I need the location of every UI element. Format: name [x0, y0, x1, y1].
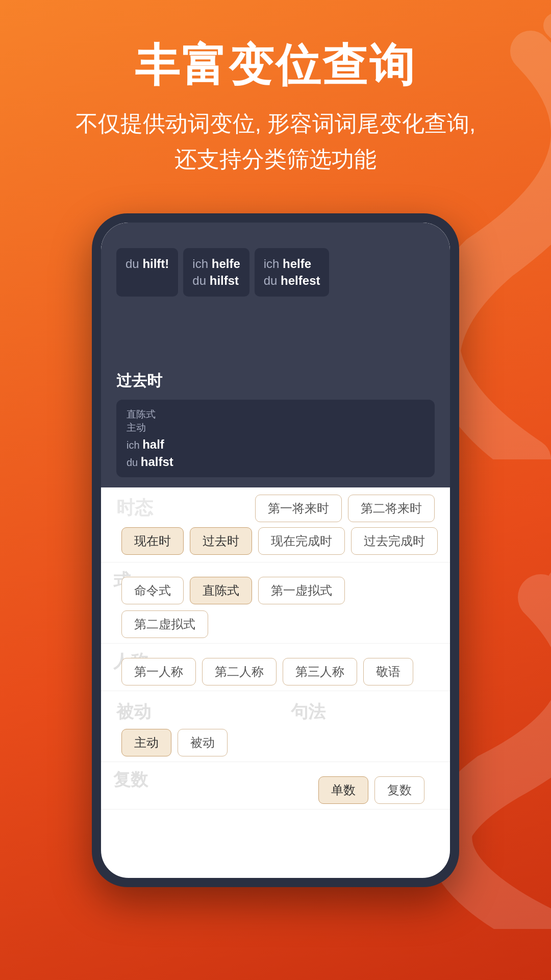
phone-screen: du hilft! ich helfe du hilfst ich helfe …	[101, 223, 450, 878]
chip-passive[interactable]: 被动	[178, 729, 228, 756]
filter-mode: 式 命令式 直陈式 第一虚拟式 第二虚拟式	[101, 562, 450, 644]
chip-present-perfect[interactable]: 现在完成时	[258, 527, 345, 555]
chip-second-person[interactable]: 第二人称	[202, 658, 277, 685]
card-mode: 直陈式	[127, 408, 424, 421]
tense-bottom-row: 现在时 过去时 现在完成时 过去完成时	[116, 527, 435, 555]
chip-present[interactable]: 现在时	[121, 527, 184, 555]
chip-indicative[interactable]: 直陈式	[190, 577, 252, 604]
filter-voice-syntax: 被动 主动 被动 句法	[101, 691, 450, 762]
tooltip-row: du hilft! ich helfe du hilfst ich helfe …	[116, 248, 329, 297]
chip-third-person[interactable]: 第三人称	[283, 658, 357, 685]
chip-active[interactable]: 主动	[121, 729, 171, 756]
screen-top-dark: du hilft! ich helfe du hilfst ich helfe …	[101, 223, 450, 360]
syntax-label: 句法	[291, 702, 325, 721]
syntax-chips	[291, 724, 435, 729]
chip-past-perfect[interactable]: 过去完成时	[351, 527, 438, 555]
tooltip-2: ich helfe du hilfst	[183, 248, 249, 297]
phone-mockup: du hilft! ich helfe du hilfst ich helfe …	[92, 213, 459, 887]
main-title: 丰富变位查询	[0, 41, 551, 90]
card-verb-du: du halfst	[127, 455, 424, 469]
tense-label: 时态	[116, 496, 153, 521]
voice-label: 被动	[116, 702, 151, 721]
filter-area: 时态 第一将来时 第二将来时 现在时 过去时 现在完成时 过去完成时 式 命令式…	[101, 487, 450, 810]
chip-past[interactable]: 过去时	[190, 527, 252, 555]
chip-formal[interactable]: 敬语	[363, 658, 413, 685]
number-chips: 单数 复数	[116, 771, 435, 804]
chip-second-future[interactable]: 第二将来时	[348, 495, 435, 522]
chip-subjunctive2[interactable]: 第二虚拟式	[121, 610, 208, 638]
dark-content: 过去时 直陈式 主动 ich half du halfst	[101, 360, 450, 487]
voice-chips: 主动 被动	[116, 724, 260, 756]
chip-singular[interactable]: 单数	[318, 776, 368, 804]
card-voice: 主动	[127, 421, 424, 434]
tense-top-row: 时态 第一将来时 第二将来时	[116, 495, 435, 522]
filter-voice: 被动 主动 被动	[101, 691, 276, 762]
filter-number: 复数 单数 复数	[101, 762, 450, 810]
chip-first-person[interactable]: 第一人称	[121, 658, 196, 685]
tooltip-3: ich helfe du helfest	[255, 248, 330, 297]
filter-tense: 时态 第一将来时 第二将来时 现在时 过去时 现在完成时 过去完成时	[101, 487, 450, 562]
chip-first-future[interactable]: 第一将来时	[255, 495, 342, 522]
mode-chips: 命令式 直陈式 第一虚拟式 第二虚拟式	[116, 572, 435, 638]
page-header: 丰富变位查询 不仅提供动词变位, 形容词词尾变化查询, 还支持分类筛选功能	[0, 0, 551, 193]
card-verb-ich: ich half	[127, 437, 424, 452]
filter-person: 人称 第一人称 第二人称 第三人称 敬语	[101, 644, 450, 691]
subtitle: 不仅提供动词变位, 形容词词尾变化查询, 还支持分类筛选功能	[0, 106, 551, 178]
section-title-past: 过去时	[116, 371, 435, 391]
conjugation-card: 直陈式 主动 ich half du halfst	[116, 400, 435, 477]
chip-plural[interactable]: 复数	[374, 776, 424, 804]
chip-imperative[interactable]: 命令式	[121, 577, 184, 604]
tooltip-1: du hilft!	[116, 248, 178, 297]
chip-subjunctive1[interactable]: 第一虚拟式	[258, 577, 345, 604]
filter-syntax: 句法	[276, 691, 450, 762]
person-chips: 第一人称 第二人称 第三人称 敬语	[116, 653, 435, 685]
